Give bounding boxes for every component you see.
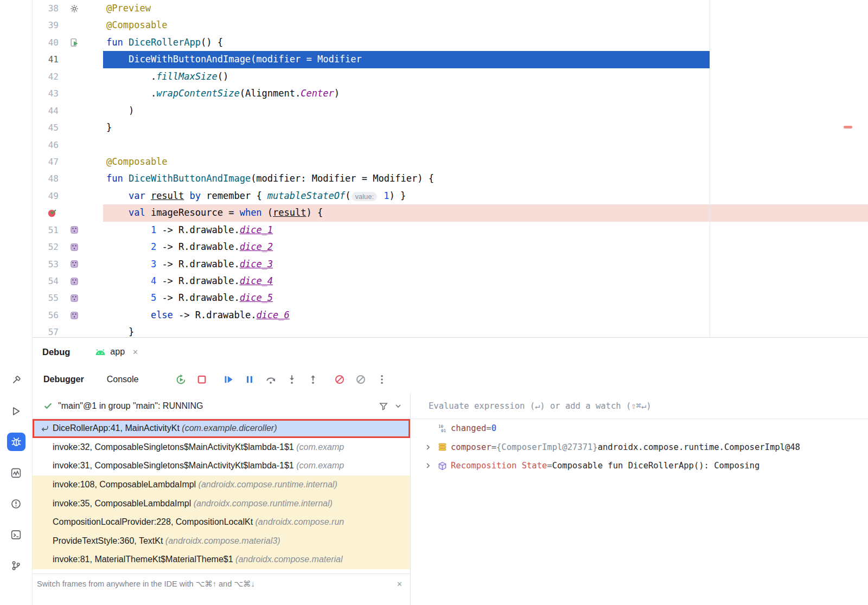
thread-header[interactable]: "main"@1 in group "main": RUNNING	[33, 393, 410, 419]
gear-icon[interactable]	[66, 4, 82, 13]
code-line-53[interactable]: 53 3 -> R.drawable.dice_3	[33, 256, 868, 273]
stack-frame-row[interactable]: ProvideTextStyle:360, TextKt (androidx.c…	[33, 532, 410, 551]
dice-icon[interactable]	[66, 260, 82, 268]
more-button[interactable]	[375, 373, 388, 386]
editor-gutter[interactable]: 55	[33, 289, 105, 306]
editor-gutter[interactable]: 38	[33, 0, 105, 17]
editor-gutter[interactable]: 48	[33, 170, 105, 187]
editor-gutter[interactable]: 49	[33, 188, 105, 204]
sidebar-profiler-button[interactable]	[7, 464, 25, 482]
editor-gutter[interactable]: 39	[33, 17, 105, 34]
editor-gutter[interactable]: 42	[33, 68, 105, 85]
editor-gutter[interactable]: 45	[33, 119, 105, 136]
editor-gutter[interactable]: 46	[33, 137, 105, 153]
code-text[interactable]	[105, 137, 868, 153]
code-text[interactable]: @Preview	[105, 0, 868, 17]
code-text[interactable]: var result by remember { mutableStateOf(…	[105, 188, 868, 204]
code-text[interactable]: .wrapContentSize(Alignment.Center)	[105, 85, 868, 102]
code-line-47[interactable]: 47@Composable	[33, 153, 868, 170]
dice-icon[interactable]	[66, 277, 82, 286]
code-line-51[interactable]: 51 1 -> R.drawable.dice_1	[33, 222, 868, 239]
close-status-icon[interactable]: ✕	[397, 580, 403, 588]
sidebar-debug-button[interactable]	[7, 433, 25, 451]
close-session-tab-icon[interactable]: ✕	[132, 348, 138, 356]
sidebar-version-control-button[interactable]	[7, 556, 25, 575]
evaluate-expression-input[interactable]: Evaluate expression (↵) or add a watch (…	[411, 393, 868, 419]
editor-gutter[interactable]: 54	[33, 273, 105, 289]
code-text[interactable]: DiceWithButtonAndImage(modifier = Modifi…	[105, 51, 868, 68]
filter-icon[interactable]	[379, 401, 388, 411]
mute-breakpoints-button[interactable]	[333, 373, 346, 386]
code-line-44[interactable]: 44 )	[33, 102, 868, 119]
editor-gutter[interactable]: 56	[33, 307, 105, 324]
code-line-57[interactable]: 57 }	[33, 324, 868, 337]
code-line-50[interactable]: val imageResource = when (result) {	[33, 204, 868, 221]
editor-gutter[interactable]: 57	[33, 324, 105, 337]
resume-button[interactable]	[222, 373, 235, 386]
editor-gutter[interactable]: 41	[33, 51, 105, 68]
code-line-56[interactable]: 56 else -> R.drawable.dice_6	[33, 307, 868, 324]
stack-frame-row[interactable]: invoke:32, ComposableSingletons$MainActi…	[33, 438, 410, 457]
editor-gutter[interactable]: 44	[33, 102, 105, 119]
code-line-52[interactable]: 52 2 -> R.drawable.dice_2	[33, 239, 868, 255]
stack-frame-row[interactable]: DiceRollerApp:41, MainActivityKt (com.ex…	[33, 419, 410, 438]
code-text[interactable]: 2 -> R.drawable.dice_2	[105, 239, 868, 255]
chevron-down-icon[interactable]	[394, 402, 403, 410]
dice-icon[interactable]	[66, 311, 82, 320]
code-text[interactable]: fun DiceRollerApp() {	[105, 34, 868, 51]
variable-row-composer[interactable]: composer = {ComposerImpl@27371} androidx…	[411, 438, 868, 457]
dice-icon[interactable]	[66, 226, 82, 234]
code-line-55[interactable]: 55 5 -> R.drawable.dice_5	[33, 289, 868, 306]
code-text[interactable]: val imageResource = when (result) {	[105, 204, 868, 221]
editor-gutter[interactable]: 43	[33, 85, 105, 102]
stack-frame-row[interactable]: invoke:35, ComposableLambdaImpl (android…	[33, 494, 410, 513]
code-text[interactable]: 4 -> R.drawable.dice_4	[105, 273, 868, 289]
expand-chevron-icon[interactable]	[424, 461, 438, 470]
code-line-45[interactable]: 45}	[33, 119, 868, 136]
code-text[interactable]: 1 -> R.drawable.dice_1	[105, 222, 868, 239]
sidebar-problems-button[interactable]	[7, 494, 25, 513]
sidebar-terminal-button[interactable]	[7, 525, 25, 544]
dice-icon[interactable]	[66, 243, 82, 252]
code-editor[interactable]: 38@Preview39@Composable40fun DiceRollerA…	[33, 0, 868, 337]
step-into-button[interactable]	[285, 373, 298, 386]
expand-chevron-icon[interactable]	[424, 443, 438, 452]
code-line-38[interactable]: 38@Preview	[33, 0, 868, 17]
run-icon[interactable]	[66, 38, 82, 47]
code-text[interactable]: )	[105, 102, 868, 119]
editor-gutter[interactable]: 53	[33, 256, 105, 273]
step-out-button[interactable]	[307, 373, 320, 386]
stack-frame-row[interactable]: CompositionLocalProvider:228, Compositio…	[33, 513, 410, 532]
editor-gutter[interactable]: 47	[33, 153, 105, 170]
pause-button[interactable]	[243, 373, 256, 386]
code-line-41[interactable]: 41 DiceWithButtonAndImage(modifier = Mod…	[33, 51, 868, 68]
sidebar-run-button[interactable]	[7, 402, 25, 420]
code-text[interactable]: }	[105, 119, 868, 136]
code-text[interactable]: else -> R.drawable.dice_6	[105, 307, 868, 324]
code-text[interactable]: 5 -> R.drawable.dice_5	[105, 289, 868, 306]
no-suspend-button[interactable]	[354, 373, 367, 386]
editor-gutter[interactable]: 52	[33, 239, 105, 255]
variable-row-changed[interactable]: 1001changed = 0	[411, 419, 868, 438]
code-text[interactable]: .fillMaxSize()	[105, 68, 868, 85]
code-text[interactable]: 3 -> R.drawable.dice_3	[105, 256, 868, 273]
code-line-42[interactable]: 42 .fillMaxSize()	[33, 68, 868, 85]
sidebar-build-button[interactable]	[7, 371, 25, 389]
code-line-46[interactable]: 46	[33, 137, 868, 153]
code-line-54[interactable]: 54 4 -> R.drawable.dice_4	[33, 273, 868, 289]
breakpoint-icon[interactable]	[33, 208, 59, 218]
stack-frame-row[interactable]: invoke:81, MaterialThemeKt$MaterialTheme…	[33, 550, 410, 569]
code-line-40[interactable]: 40fun DiceRollerApp() {	[33, 34, 868, 51]
rerun-button[interactable]	[174, 373, 187, 386]
step-over-button[interactable]	[264, 373, 277, 386]
code-text[interactable]: @Composable	[105, 153, 868, 170]
code-line-43[interactable]: 43 .wrapContentSize(Alignment.Center)	[33, 85, 868, 102]
code-line-39[interactable]: 39@Composable	[33, 17, 868, 34]
editor-gutter[interactable]: 40	[33, 34, 105, 51]
variable-row-recomposition-state[interactable]: Recomposition State = Composable fun Dic…	[411, 456, 868, 475]
dice-icon[interactable]	[66, 294, 82, 302]
code-text[interactable]: }	[105, 324, 868, 337]
code-text[interactable]: @Composable	[105, 17, 868, 34]
tab-debugger[interactable]: Debugger	[43, 375, 84, 384]
stack-frame-row[interactable]: invoke:31, ComposableSingletons$MainActi…	[33, 456, 410, 475]
